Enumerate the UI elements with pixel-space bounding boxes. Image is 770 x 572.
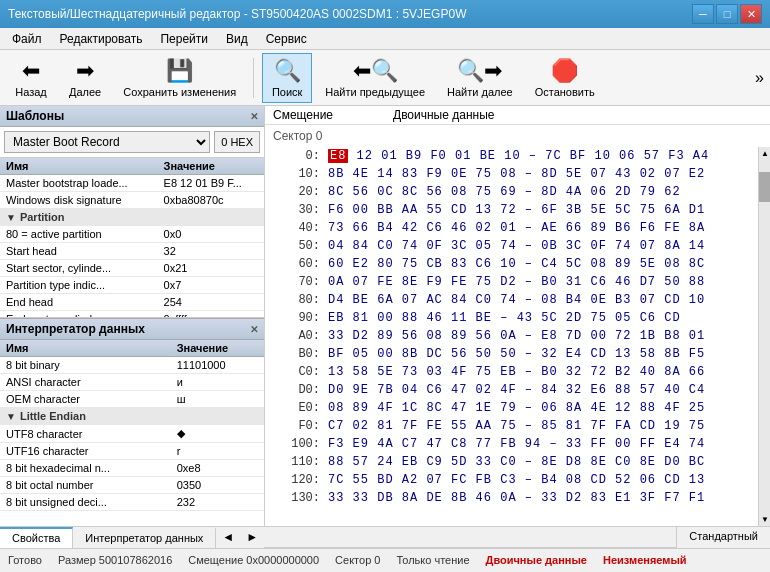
hex-offset: 50: xyxy=(273,238,328,254)
hex-row[interactable]: 40:73 66 B4 42 C6 46 02 01 – AE 66 89 B6… xyxy=(269,219,754,237)
hex-bytes: 33 D2 89 56 08 89 56 0A – E8 7D 00 72 1B… xyxy=(328,328,750,344)
back-button[interactable]: ⬅ Назад xyxy=(6,53,56,103)
scroll-down-arrow[interactable]: ▼ xyxy=(759,513,770,526)
left-data-table: Имя Значение Master bootstrap loade...E8… xyxy=(0,158,264,318)
back-icon: ⬅ xyxy=(22,58,40,84)
table-row[interactable]: Start head32 xyxy=(0,243,264,260)
table-row[interactable]: OEM characterш xyxy=(0,391,264,408)
menu-item-перейти[interactable]: Перейти xyxy=(152,30,216,47)
tab-spacer xyxy=(264,527,676,548)
menu-item-вид[interactable]: Вид xyxy=(218,30,256,47)
table-row[interactable]: ▼Partition xyxy=(0,209,264,226)
menu-item-редактировать[interactable]: Редактировать xyxy=(52,30,151,47)
table-row[interactable]: 80 = active partition0x0 xyxy=(0,226,264,243)
table-row[interactable]: UTF8 character◆ xyxy=(0,425,264,443)
hex-row[interactable]: B0:BF 05 00 8B DC 56 50 50 – 32 E4 CD 13… xyxy=(269,345,754,363)
template-close-icon[interactable]: ✕ xyxy=(250,111,258,122)
hex-row[interactable]: 110:88 57 24 EB C9 5D 33 C0 – 8E D8 8E C… xyxy=(269,453,754,471)
left-panel: Шаблоны ✕ Master Boot Record 0 HEX Имя З… xyxy=(0,106,265,526)
interpreter-table-scroll[interactable]: Имя Значение 8 bit binary11101000ANSI ch… xyxy=(0,340,264,518)
table-row[interactable]: Start sector, cylinde...0x21 xyxy=(0,260,264,277)
interpreter-header-label: Интерпретатор данных xyxy=(6,322,145,336)
left-table-scroll[interactable]: Имя Значение Master bootstrap loade...E8… xyxy=(0,158,264,318)
table-row[interactable]: End head254 xyxy=(0,294,264,311)
hex-btn[interactable]: 0 HEX xyxy=(214,131,260,153)
hex-offset: 100: xyxy=(273,436,328,452)
hex-row[interactable]: E0:08 89 4F 1C 8C 47 1E 79 – 06 8A 4E 12… xyxy=(269,399,754,417)
window-controls: ─ □ ✕ xyxy=(692,4,762,24)
hex-row[interactable]: 20:8C 56 0C 8C 56 08 75 69 – 8D 4A 06 2D… xyxy=(269,183,754,201)
hex-row[interactable]: 120:7C 55 BD A2 07 FC FB C3 – B4 08 CD 5… xyxy=(269,471,754,489)
title-bar: Текстовый/Шестнадцатеричный редактор - S… xyxy=(0,0,770,28)
minimize-button[interactable]: ─ xyxy=(692,4,714,24)
table-row[interactable]: ANSI characterи xyxy=(0,374,264,391)
table-row[interactable]: UTF16 characterr xyxy=(0,443,264,460)
menu-bar: ФайлРедактироватьПерейтиВидСервис xyxy=(0,28,770,50)
table-row[interactable]: 8 bit unsigned deci...232 xyxy=(0,494,264,511)
interp-col-value-header: Значение xyxy=(171,340,264,357)
menu-item-файл[interactable]: Файл xyxy=(4,30,50,47)
hex-offset: 70: xyxy=(273,274,328,290)
hex-row[interactable]: 30:F6 00 BB AA 55 CD 13 72 – 6F 3B 5E 5C… xyxy=(269,201,754,219)
forward-button[interactable]: ➡ Далее xyxy=(60,53,110,103)
search-label: Поиск xyxy=(272,86,302,98)
hex-row[interactable]: 0:E8 12 01 B9 F0 01 BE 10 – 7C BF 10 06 … xyxy=(269,147,754,165)
hex-row[interactable]: D0:D0 9E 7B 04 C6 47 02 4F – 84 32 E6 88… xyxy=(269,381,754,399)
hex-offset: 20: xyxy=(273,184,328,200)
table-row[interactable]: Partition type indic...0x7 xyxy=(0,277,264,294)
table-row[interactable]: End sector, cylinder...0xffff xyxy=(0,311,264,319)
hex-content[interactable]: 0:E8 12 01 B9 F0 01 BE 10 – 7C BF 10 06 … xyxy=(265,147,758,526)
hex-row[interactable]: F0:C7 02 81 7F FE 55 AA 75 – 85 81 7F FA… xyxy=(269,417,754,435)
table-row[interactable]: ▼Little Endian xyxy=(0,408,264,425)
col-value-header: Значение xyxy=(158,158,264,175)
scroll-thumb[interactable] xyxy=(759,172,770,202)
template-header-label: Шаблоны xyxy=(6,109,64,123)
search-button[interactable]: 🔍 Поиск xyxy=(262,53,312,103)
maximize-button[interactable]: □ xyxy=(716,4,738,24)
hex-bytes: F3 E9 4A C7 47 C8 77 FB 94 – 33 FF 00 FF… xyxy=(328,436,750,452)
tab-properties[interactable]: Свойства xyxy=(0,527,73,548)
hex-bytes: C7 02 81 7F FE 55 AA 75 – 85 81 7F FA CD… xyxy=(328,418,750,434)
hex-row[interactable]: 60:60 E2 80 75 CB 83 C6 10 – C4 5C 08 89… xyxy=(269,255,754,273)
hex-row[interactable]: 80:D4 BE 6A 07 AC 84 C0 74 – 08 B4 0E B3… xyxy=(269,291,754,309)
hex-bytes: 08 89 4F 1C 8C 47 1E 79 – 06 8A 4E 12 88… xyxy=(328,400,750,416)
hex-row[interactable]: C0:13 58 5E 73 03 4F 75 EB – B0 32 72 B2… xyxy=(269,363,754,381)
hex-row[interactable]: 90:EB 81 00 88 46 11 BE – 43 5C 2D 75 05… xyxy=(269,309,754,327)
hex-row[interactable]: 50:04 84 C0 74 0F 3C 05 74 – 0B 3C 0F 74… xyxy=(269,237,754,255)
close-button[interactable]: ✕ xyxy=(740,4,762,24)
hex-bytes: BF 05 00 8B DC 56 50 50 – 32 E4 CD 13 58… xyxy=(328,346,750,362)
hex-row[interactable]: 100:F3 E9 4A C7 47 C8 77 FB 94 – 33 FF 0… xyxy=(269,435,754,453)
tab-left-arrow[interactable]: ◄ xyxy=(216,527,240,548)
table-row[interactable]: Windows disk signature0xba80870c xyxy=(0,192,264,209)
template-dropdown[interactable]: Master Boot Record xyxy=(4,131,210,153)
hex-row[interactable]: A0:33 D2 89 56 08 89 56 0A – E8 7D 00 72… xyxy=(269,327,754,345)
hex-row[interactable]: 10:8B 4E 14 83 F9 0E 75 08 – 8D 5E 07 43… xyxy=(269,165,754,183)
tab-interpreter[interactable]: Интерпретатор данных xyxy=(73,527,216,548)
status-mode: Только чтение xyxy=(396,554,469,566)
hex-bytes: 7C 55 BD A2 07 FC FB C3 – B4 08 CD 52 06… xyxy=(328,472,750,488)
tab-right-arrow[interactable]: ► xyxy=(240,527,264,548)
menu-item-сервис[interactable]: Сервис xyxy=(258,30,315,47)
hex-row[interactable]: 130:33 33 DB 8A DE 8B 46 0A – 33 D2 83 E… xyxy=(269,489,754,507)
right-scrollbar[interactable]: ▲ ▼ xyxy=(758,147,770,526)
toolbar: ⬅ Назад ➡ Далее 💾 Сохранить изменения 🔍 … xyxy=(0,50,770,106)
hex-bytes: E8 12 01 B9 F0 01 BE 10 – 7C BF 10 06 57… xyxy=(328,148,750,164)
scroll-up-arrow[interactable]: ▲ xyxy=(759,147,770,160)
table-row[interactable]: 8 bit binary11101000 xyxy=(0,357,264,374)
table-row[interactable]: 8 bit hexadecimal n...0xe8 xyxy=(0,460,264,477)
hex-row[interactable]: 70:0A 07 FE 8E F9 FE 75 D2 – B0 31 C6 46… xyxy=(269,273,754,291)
interpreter-close-icon[interactable]: ✕ xyxy=(250,324,258,335)
toolbar-expand-icon[interactable]: » xyxy=(755,69,764,87)
right-panel: Смещение Двоичные данные Сектор 0 0:E8 1… xyxy=(265,106,770,526)
save-label: Сохранить изменения xyxy=(123,86,236,98)
sector-label: Сектор 0 xyxy=(265,125,770,147)
table-row[interactable]: 8 bit octal number0350 xyxy=(0,477,264,494)
save-button[interactable]: 💾 Сохранить изменения xyxy=(114,53,245,103)
find-prev-button[interactable]: ⬅🔍 Найти предыдущее xyxy=(316,53,434,103)
standard-label: Стандартный xyxy=(676,527,770,548)
table-row[interactable]: Master bootstrap loade...E8 12 01 B9 F..… xyxy=(0,175,264,192)
find-next-button[interactable]: 🔍➡ Найти далее xyxy=(438,53,522,103)
hex-offset: 110: xyxy=(273,454,328,470)
stop-button[interactable]: 🛑 Остановить xyxy=(526,53,604,103)
stop-label: Остановить xyxy=(535,86,595,98)
